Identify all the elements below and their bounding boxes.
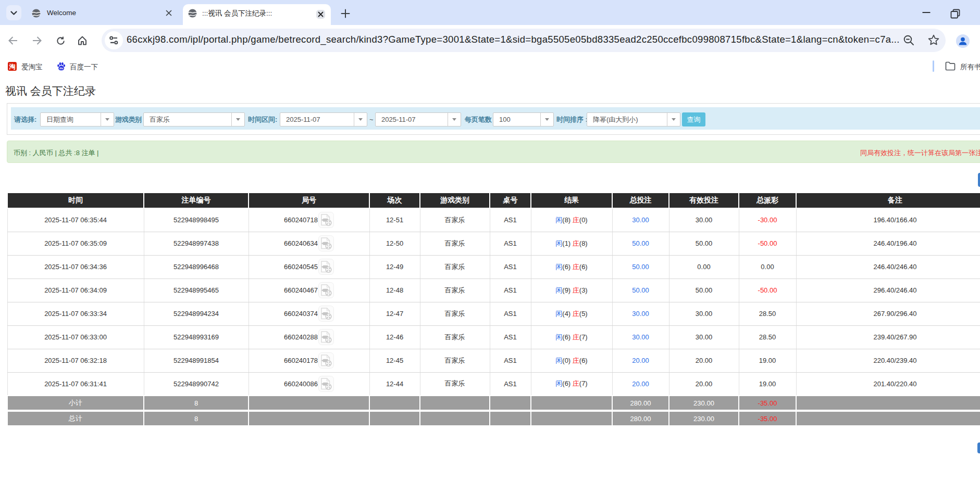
svg-text:淘: 淘 xyxy=(9,63,16,70)
svg-text:du: du xyxy=(59,67,64,70)
